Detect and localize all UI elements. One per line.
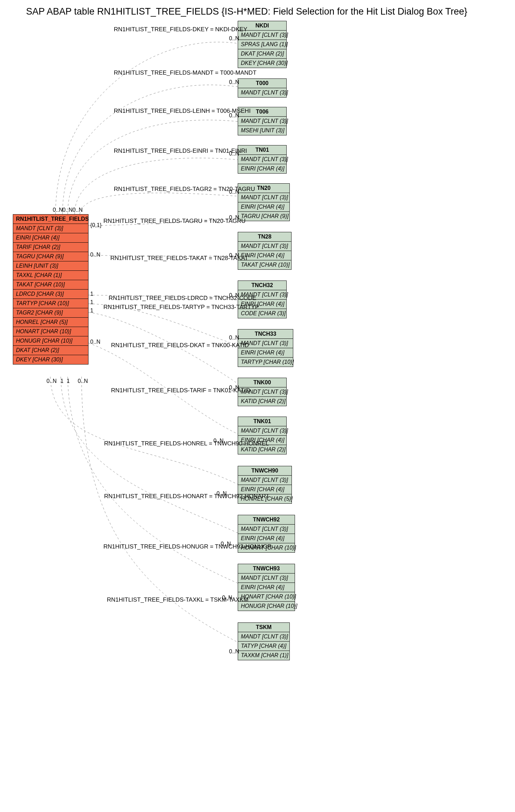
entity-field: MSEHI [UNIT (3)] (238, 126, 286, 135)
entity-field: EINRI [CHAR (4)] (238, 534, 295, 543)
relationship-label: RN1HITLIST_TREE_FIELDS-MANDT = T000-MAND… (114, 69, 256, 76)
relationship-label: RN1HITLIST_TREE_FIELDS-TARTYP = TNCH33-T… (103, 304, 259, 311)
cardinality-label: 0..N (229, 79, 239, 85)
entity-field: EINRI [CHAR (4)] (238, 164, 286, 173)
entity-field: MANDT [CLNT (3)] (238, 242, 291, 251)
entity-header: TNCH32 (238, 281, 286, 290)
entity-field: LEINH [UNIT (3)] (13, 261, 88, 271)
entity-field: MANDT [CLNT (3)] (238, 632, 289, 642)
cardinality-label: 1 (90, 299, 93, 305)
cardinality-label: 0..N (229, 215, 239, 221)
relationship-edge (80, 193, 238, 214)
entity-field: MANDT [CLNT (3)] (13, 224, 88, 233)
ref-entity-tnwch93: TNWCH93MANDT [CLNT (3)]EINRI [CHAR (4)]H… (238, 564, 295, 611)
cardinality-label: 0..N (229, 385, 239, 391)
entity-field: TAKAT [CHAR (10)] (13, 280, 88, 290)
ref-entity-tnk01: TNK01MANDT [CLNT (3)]EINRI [CHAR (4)]KAT… (238, 417, 287, 454)
entity-field: TAGRU [CHAR (9)] (13, 252, 88, 261)
relationship-edge (61, 377, 238, 533)
ref-entity-tskm: TSKMMANDT [CLNT (3)]TATYP [CHAR (4)]TAXK… (238, 622, 290, 660)
entity-field: EINRI [CHAR (4)] (238, 583, 295, 592)
entity-field: TARTYP [CHAR (10)] (238, 358, 293, 367)
entity-field: MANDT [CLNT (3)] (238, 426, 286, 436)
entity-header: TNWCH93 (238, 564, 295, 574)
entity-header: TNK00 (238, 378, 286, 387)
cardinality-label: 0..N (90, 339, 100, 345)
cardinality-label: 0..N (53, 207, 63, 213)
entity-field: DKEY [CHAR (30)] (238, 59, 286, 68)
cardinality-label: 0..N (229, 335, 239, 341)
relationship-edge (68, 377, 238, 583)
entity-field: EINRI [CHAR (4)] (13, 233, 88, 243)
entity-field: LDRCD [CHAR (3)] (13, 290, 88, 299)
cardinality-label: 0..N (62, 207, 73, 213)
ref-entity-t000: T000MANDT [CLNT (3)] (238, 78, 287, 98)
cardinality-label: 1 (90, 291, 93, 297)
cardinality-label: 0..N (213, 438, 223, 444)
cardinality-label: 1 (60, 378, 64, 384)
relationship-label: RN1HITLIST_TREE_FIELDS-HONART = TNWCH92-… (104, 493, 269, 500)
entity-header: TN28 (238, 232, 291, 242)
entity-field: TAGRU [CHAR (9)] (238, 212, 289, 221)
cardinality-label: 0..N (222, 595, 232, 601)
entity-header: TNCH33 (238, 329, 293, 339)
entity-field: KATID [CHAR (2)] (238, 397, 286, 406)
cardinality-label: 1 (67, 378, 70, 384)
relationship-label: RN1HITLIST_TREE_FIELDS-EINRI = TN01-EINR… (114, 148, 247, 154)
relationship-label: RN1HITLIST_TREE_FIELDS-TAKAT = TN28-TAKA… (110, 255, 248, 262)
entity-field: MANDT [CLNT (3)] (238, 574, 295, 583)
cardinality-label: 0..N (217, 491, 227, 497)
cardinality-label: 0..N (47, 378, 57, 384)
cardinality-label: 0..N (221, 541, 231, 547)
entity-field: TAXKM [CHAR (1)] (238, 651, 289, 660)
cardinality-label: 1 (90, 308, 93, 314)
entity-field: MANDT [CLNT (3)] (238, 155, 286, 164)
entity-field: TATYP [CHAR (4)] (238, 642, 289, 651)
entity-field: TARTYP [CHAR (10)] (13, 299, 88, 308)
cardinality-label: 0..N (229, 189, 239, 195)
entity-header: TNK01 (238, 417, 286, 426)
cardinality-label: 0..N (229, 151, 239, 157)
entity-field: MANDT [CLNT (3)] (238, 88, 286, 97)
relationship-edge (68, 120, 238, 214)
cardinality-label: 0..N (229, 112, 239, 119)
cardinality-label: 0..N (73, 207, 83, 213)
entity-field: TARIF [CHAR (2)] (13, 243, 88, 252)
relationship-label: RN1HITLIST_TREE_FIELDS-HONUGR = TNWCH93-… (103, 543, 272, 550)
entity-field: TAGR2 [CHAR (9)] (13, 308, 88, 318)
cardinality-label: 0..N (229, 648, 239, 655)
entity-header: TNWCH92 (238, 515, 295, 525)
entity-field: MANDT [CLNT (3)] (238, 476, 292, 485)
entity-header: RN1HITLIST_TREE_FIELDS (13, 215, 88, 224)
cardinality-label: 0..N (90, 252, 100, 258)
page-title: SAP ABAP table RN1HITLIST_TREE_FIELDS {I… (26, 6, 467, 17)
cardinality-label: {0,1} (90, 222, 102, 228)
relationship-label: RN1HITLIST_TREE_FIELDS-DKEY = NKDI-DKEY (114, 26, 247, 33)
ref-entity-tn28: TN28MANDT [CLNT (3)]EINRI [CHAR (4)]TAKA… (238, 232, 292, 270)
entity-field: DKEY [CHAR (30)] (13, 355, 88, 364)
entity-field: EINRI [CHAR (4)] (238, 348, 293, 358)
entity-header: T000 (238, 79, 286, 88)
relationship-label: RN1HITLIST_TREE_FIELDS-HONREL = TNWCH90-… (104, 440, 269, 447)
entity-field: DKAT [CHAR (2)] (238, 49, 286, 59)
cardinality-label: 0..N (229, 35, 239, 42)
relationship-label: RN1HITLIST_TREE_FIELDS-TAGRU = TN20-TAGR… (103, 218, 246, 225)
entity-field: TAXKL [CHAR (1)] (13, 271, 88, 280)
cardinality-label: 0..N (78, 378, 88, 384)
entity-field: HONREL [CHAR (5)] (13, 318, 88, 327)
entity-field: HONART [CHAR (10)] (13, 327, 88, 336)
entity-field: EINRI [CHAR (4)] (238, 202, 289, 212)
entity-field: SPRAS [LANG (1)] (238, 40, 286, 49)
entity-field: MANDT [CLNT (3)] (238, 525, 295, 534)
entity-header: TSKM (238, 623, 289, 632)
entity-field: MANDT [CLNT (3)] (238, 117, 286, 126)
entity-field: MANDT [CLNT (3)] (238, 193, 289, 202)
cardinality-label: 0..N (229, 292, 239, 299)
entity-field: DKAT [CHAR (2)] (13, 346, 88, 355)
entity-header: TNWCH90 (238, 466, 292, 476)
relationship-label: RN1HITLIST_TREE_FIELDS-DKAT = TNK00-KATI… (111, 342, 249, 349)
entity-field: HONUGR [CHAR (10)] (13, 336, 88, 346)
cardinality-label: 0..N (229, 252, 239, 259)
main-entity: RN1HITLIST_TREE_FIELDSMANDT [CLNT (3)]EI… (13, 214, 88, 365)
